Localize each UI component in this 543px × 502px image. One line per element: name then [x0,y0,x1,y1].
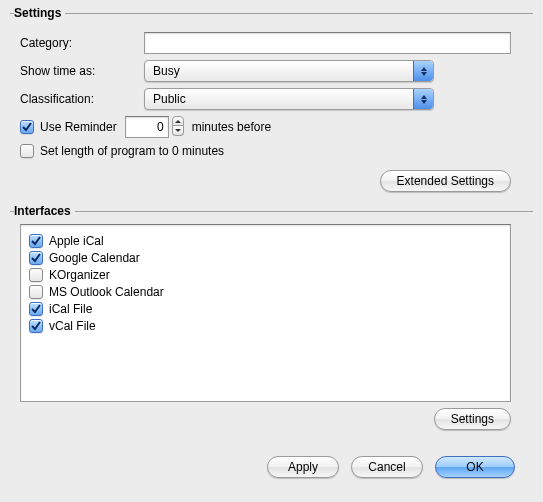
use-reminder-label: Use Reminder [40,120,117,134]
reminder-minutes-stepper[interactable] [125,116,184,138]
use-reminder-checkbox[interactable]: Use Reminder [20,120,117,134]
ok-button[interactable]: OK [435,456,515,478]
interfaces-group: Interfaces Apple iCalGoogle CalendarKOrg… [10,204,533,434]
updown-arrows-icon [413,61,433,81]
reminder-minutes-input[interactable] [125,116,169,138]
category-label: Category: [14,36,144,50]
classification-value: Public [145,92,413,106]
interfaces-settings-button[interactable]: Settings [434,408,511,430]
updown-arrows-icon [413,89,433,109]
interface-item-checkbox[interactable]: Google Calendar [29,251,502,265]
interface-item-label: vCal File [49,319,96,333]
interface-item-checkbox[interactable]: MS Outlook Calendar [29,285,502,299]
category-input[interactable] [144,32,511,54]
interface-item-label: MS Outlook Calendar [49,285,164,299]
dialog-button-bar: Apply Cancel OK [10,442,533,478]
show-time-label: Show time as: [14,64,144,78]
interface-item-label: KOrganizer [49,268,110,282]
set-length-checkbox[interactable]: Set length of program to 0 minutes [20,144,224,158]
apply-button[interactable]: Apply [267,456,339,478]
interface-item-label: Apple iCal [49,234,104,248]
stepper-up-icon[interactable] [172,116,184,126]
interface-item-checkbox[interactable]: Apple iCal [29,234,502,248]
settings-legend: Settings [14,6,65,20]
stepper-down-icon[interactable] [172,126,184,136]
interface-item-checkbox[interactable]: vCal File [29,319,502,333]
interfaces-list: Apple iCalGoogle CalendarKOrganizerMS Ou… [20,224,511,402]
interfaces-legend: Interfaces [14,204,75,218]
reminder-suffix-label: minutes before [192,120,271,134]
interface-item-label: iCal File [49,302,92,316]
interface-item-checkbox[interactable]: iCal File [29,302,502,316]
classification-label: Classification: [14,92,144,106]
interface-item-label: Google Calendar [49,251,140,265]
settings-group: Settings Category: Show time as: Busy Cl… [10,6,533,196]
interface-item-checkbox[interactable]: KOrganizer [29,268,502,282]
extended-settings-button[interactable]: Extended Settings [380,170,511,192]
cancel-button[interactable]: Cancel [351,456,423,478]
classification-select[interactable]: Public [144,88,434,110]
set-length-label: Set length of program to 0 minutes [40,144,224,158]
show-time-value: Busy [145,64,413,78]
show-time-select[interactable]: Busy [144,60,434,82]
